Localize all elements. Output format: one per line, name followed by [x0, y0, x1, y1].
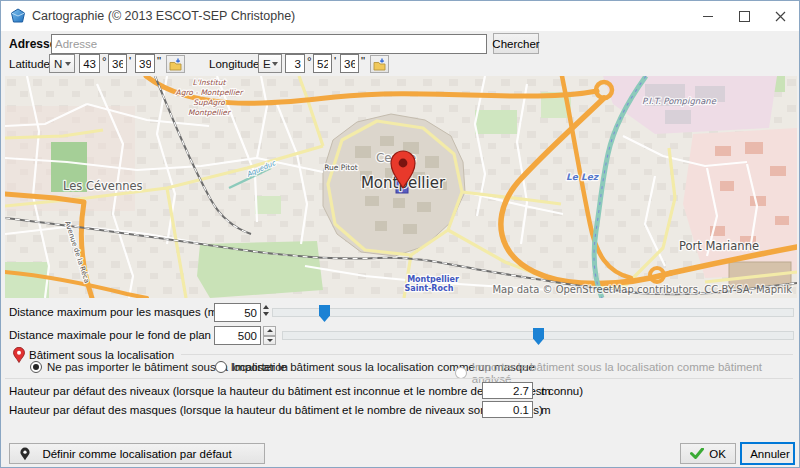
second-symbol: " [157, 55, 161, 67]
basemap-distance-slider-thumb[interactable] [533, 328, 544, 345]
mask-distance-stepper[interactable] [263, 305, 269, 316]
minute-symbol: ' [334, 55, 336, 67]
latitude-hemisphere-value: N [54, 58, 62, 70]
cancel-label: Annuler [750, 448, 790, 460]
cancel-button[interactable]: Annuler [740, 442, 795, 465]
unit-label: m [541, 385, 551, 397]
longitude-seconds-input[interactable] [340, 54, 359, 73]
stepper-down-icon [263, 312, 269, 316]
second-symbol: " [361, 55, 365, 67]
map-label-pompignane: P.I.T. Pompignane [642, 96, 717, 106]
mask-distance-input[interactable] [214, 303, 261, 322]
svg-text:Saint-Roch: Saint-Roch [405, 284, 454, 293]
set-default-location-button[interactable]: Définir comme localisation par défaut [9, 443, 265, 464]
latitude-hemisphere-select[interactable]: N [49, 54, 75, 73]
close-icon [775, 11, 786, 22]
map-attribution: Map data © OpenStreetMap contributors, C… [492, 284, 792, 295]
svg-text:Agro - Montpellier: Agro - Montpellier [176, 88, 245, 97]
app-icon [10, 8, 26, 24]
basemap-distance-label: Distance maximale pour le fond de plan (… [9, 329, 231, 341]
stepper-up-icon [263, 305, 269, 309]
stepper-up-icon [267, 329, 273, 332]
longitude-paste-button[interactable] [370, 55, 389, 73]
separator-line [5, 378, 793, 379]
address-label: Adresse [9, 37, 56, 51]
search-button[interactable]: Chercher [493, 33, 539, 54]
radio-circle [215, 361, 227, 373]
minute-symbol: ' [129, 55, 131, 67]
map-label-le-lez: Le Lez [566, 172, 600, 182]
latitude-seconds-input[interactable] [135, 54, 155, 73]
svg-text:L'Institut: L'Institut [193, 78, 227, 87]
basemap-distance-slider[interactable] [282, 331, 794, 340]
minimize-icon [703, 16, 713, 17]
minimize-button[interactable] [691, 1, 725, 31]
masks-height-label: Hauteur par défaut des masques (lorsque … [9, 404, 543, 416]
cartography-dialog: Cartographie (© 2013 ESCOT-SEP Christoph… [0, 0, 800, 468]
check-icon [690, 448, 704, 459]
latitude-label: Latitude [9, 58, 50, 70]
longitude-degrees-input[interactable] [285, 54, 305, 73]
longitude-hemisphere-select[interactable]: E [258, 54, 282, 73]
latitude-degrees-input[interactable] [79, 54, 100, 73]
building-group-pin-icon [13, 347, 25, 363]
maximize-icon [739, 11, 750, 22]
mask-distance-label: Distance maximum pour les masques (m) [9, 306, 221, 318]
pin-icon [20, 447, 30, 461]
maximize-button[interactable] [727, 1, 761, 31]
basemap-distance-input[interactable] [214, 326, 261, 345]
paste-coordinates-icon [169, 58, 182, 71]
map-label-port-marianne: Port Marianne [679, 239, 759, 253]
latitude-minutes-input[interactable] [108, 54, 127, 73]
svg-text:SupAgro: SupAgro [193, 98, 225, 107]
svg-text:Montpellier: Montpellier [188, 108, 232, 117]
degree-symbol: ° [102, 55, 107, 67]
address-input[interactable] [51, 34, 487, 54]
longitude-hemisphere-value: E [263, 58, 271, 70]
basemap-distance-stepper[interactable] [263, 326, 276, 345]
stepper-down-icon [267, 339, 273, 342]
ok-button[interactable]: OK [680, 443, 736, 464]
map-label-rue-pitot: Rue Pitot [324, 163, 358, 172]
title-bar: Cartographie (© 2013 ESCOT-SEP Christoph… [1, 1, 799, 31]
ok-label: OK [709, 448, 726, 460]
building-group-label: Bâtiment sous la localisation [29, 349, 174, 361]
mask-distance-slider-thumb[interactable] [319, 305, 330, 322]
set-default-location-label: Définir comme localisation par défaut [42, 448, 231, 460]
paste-coordinates-icon [373, 58, 386, 71]
map-label-station: Montpellier Saint-Roch [405, 275, 459, 293]
unit-label: m [541, 404, 551, 416]
window-title: Cartographie (© 2013 ESCOT-SEP Christoph… [32, 1, 295, 31]
mask-distance-slider[interactable] [272, 308, 794, 317]
degree-symbol: ° [307, 55, 312, 67]
latitude-paste-button[interactable] [166, 55, 185, 73]
radio-circle [30, 361, 42, 373]
levels-height-input[interactable] [482, 382, 533, 399]
stepper-down-button[interactable] [263, 336, 276, 346]
close-button[interactable] [763, 1, 797, 31]
map-canvas[interactable]: Centre Montpellier Rue Pitot Les Cévenne… [5, 76, 797, 298]
map-label-les-cevennes: Les Cévennes [63, 179, 143, 193]
chevron-down-icon [65, 62, 71, 66]
groupbox-line [181, 354, 793, 355]
stepper-up-button[interactable] [263, 326, 276, 336]
chevron-down-icon [272, 62, 278, 66]
svg-text:Montpellier: Montpellier [407, 275, 459, 284]
longitude-label: Longitude [209, 58, 260, 70]
masks-height-input[interactable] [482, 401, 533, 418]
longitude-minutes-input[interactable] [313, 54, 332, 73]
